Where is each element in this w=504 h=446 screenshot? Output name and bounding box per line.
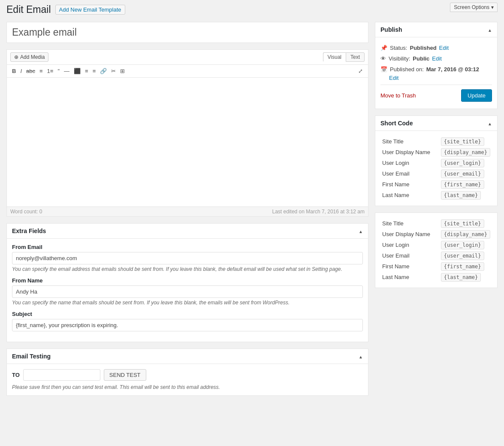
shortcode-panel-1: Short Code Site Title{site_title}User Di… bbox=[375, 115, 498, 206]
side-column: Publish 📌 Status: Published Edit 👁 Visib… bbox=[375, 22, 498, 402]
table-button[interactable]: ⊞ bbox=[118, 67, 127, 76]
hr-button[interactable]: — bbox=[62, 67, 71, 76]
last-edited: Last edited on March 7, 2016 at 3:12 am bbox=[272, 209, 365, 215]
shortcode-label: Last Name bbox=[380, 272, 439, 282]
shortcode-badge: {site_title} bbox=[441, 137, 484, 146]
align-center-button[interactable]: ≡ bbox=[83, 67, 90, 76]
from-name-help: You can specify the name that emails sho… bbox=[12, 300, 363, 306]
list-item: User Login{user_login} bbox=[380, 158, 492, 168]
add-media-label: Add Media bbox=[20, 54, 45, 60]
screen-options-label: Screen Options bbox=[454, 4, 489, 10]
published-label: Published on: bbox=[390, 66, 424, 73]
extra-fields-toggle-icon bbox=[359, 227, 363, 235]
email-testing-header[interactable]: Email Testing bbox=[7, 349, 368, 364]
align-right-button[interactable]: ≡ bbox=[91, 67, 98, 76]
send-test-button[interactable]: SEND TEST bbox=[104, 369, 146, 381]
email-testing-title: Email Testing bbox=[12, 353, 51, 360]
shortcode-badge: {user_email} bbox=[441, 170, 484, 178]
editor-wrap: ⊕ Add Media Visual Text B I abc ≡ 1≡ " —… bbox=[6, 49, 368, 217]
published-edit-link[interactable]: Edit bbox=[389, 75, 398, 81]
add-media-button[interactable]: ⊕ Add Media bbox=[10, 52, 48, 62]
fullscreen-button[interactable]: ⤢ bbox=[356, 67, 365, 76]
ordered-list-button[interactable]: 1≡ bbox=[45, 67, 55, 76]
editor-content-area[interactable] bbox=[7, 78, 368, 206]
shortcode-badge: {site_title} bbox=[441, 219, 484, 228]
unordered-list-button[interactable]: ≡ bbox=[38, 67, 45, 76]
from-email-group: From Email You can specify the email add… bbox=[12, 244, 363, 272]
publish-body: 📌 Status: Published Edit 👁 Visibility: P… bbox=[375, 37, 497, 109]
chevron-down-icon: ▾ bbox=[491, 4, 494, 10]
to-label: TO bbox=[12, 372, 20, 378]
tab-visual[interactable]: Visual bbox=[323, 52, 346, 62]
editor-toolbar-top: ⊕ Add Media Visual Text bbox=[7, 50, 368, 65]
visibility-icon: 👁 bbox=[380, 55, 386, 62]
from-name-input[interactable] bbox=[12, 285, 363, 298]
shortcode-toggle-icon-1 bbox=[488, 119, 492, 127]
extra-fields-body: From Email You can specify the email add… bbox=[7, 239, 368, 342]
publish-actions: Move to Trash Update bbox=[380, 85, 492, 103]
visibility-row: 👁 Visibility: Public Edit bbox=[380, 53, 492, 64]
extra-fields-header[interactable]: Extra Fields bbox=[7, 224, 368, 239]
screen-options-button[interactable]: Screen Options ▾ bbox=[450, 3, 498, 12]
word-count: Word count: 0 bbox=[10, 209, 42, 215]
shortcode-badge: {user_email} bbox=[441, 252, 484, 260]
main-column: ⊕ Add Media Visual Text B I abc ≡ 1≡ " —… bbox=[6, 22, 368, 402]
italic-button[interactable]: I bbox=[18, 67, 24, 76]
visibility-value: Public bbox=[413, 55, 429, 62]
shortcode-body-2: Site Title{site_title}User Display Name{… bbox=[375, 213, 497, 288]
shortcode-table-1: Site Title{site_title}User Display Name{… bbox=[380, 136, 492, 200]
shortcode-badge: {last_name} bbox=[441, 191, 481, 200]
shortcode-badge: {display_name} bbox=[441, 148, 490, 157]
publish-header[interactable]: Publish bbox=[375, 22, 497, 37]
list-item: First Name{first_name} bbox=[380, 261, 492, 272]
post-title-input[interactable] bbox=[7, 22, 368, 42]
visibility-edit-link[interactable]: Edit bbox=[432, 55, 441, 62]
shortcode-badge: {first_name} bbox=[441, 262, 484, 271]
shortcode-header-1[interactable]: Short Code bbox=[375, 116, 497, 131]
test-email-input[interactable] bbox=[23, 369, 100, 381]
shortcode-label: User Login bbox=[380, 158, 439, 168]
update-button[interactable]: Update bbox=[461, 89, 492, 102]
shortcode-label: User Display Name bbox=[380, 147, 439, 158]
media-icon: ⊕ bbox=[14, 54, 18, 60]
list-item: Site Title{site_title} bbox=[380, 136, 492, 147]
shortcode-label: User Login bbox=[380, 240, 439, 250]
from-name-group: From Name You can specify the name that … bbox=[12, 277, 363, 306]
status-edit-link[interactable]: Edit bbox=[439, 45, 449, 51]
align-left-button[interactable]: ⬛ bbox=[72, 67, 82, 76]
shortcode-table-2: Site Title{site_title}User Display Name{… bbox=[380, 218, 492, 282]
shortcode-body-1: Site Title{site_title}User Display Name{… bbox=[375, 131, 497, 206]
list-item: First Name{first_name} bbox=[380, 179, 492, 190]
status-value: Published bbox=[410, 45, 436, 51]
page-header: Edit Email Add New Email Template Screen… bbox=[0, 0, 504, 15]
from-email-input[interactable] bbox=[12, 252, 363, 264]
blockquote-button[interactable]: " bbox=[56, 67, 61, 76]
subject-label: Subject bbox=[12, 311, 363, 317]
strikethrough-button[interactable]: abc bbox=[24, 67, 37, 76]
move-to-trash-link[interactable]: Move to Trash bbox=[380, 92, 416, 99]
shortcode-label: First Name bbox=[380, 261, 439, 272]
status-icon: 📌 bbox=[380, 45, 387, 51]
publish-title: Publish bbox=[380, 26, 402, 33]
tab-text[interactable]: Text bbox=[346, 52, 365, 62]
email-testing-panel: Email Testing TO SEND TEST Please save f… bbox=[6, 349, 368, 396]
subject-input[interactable] bbox=[12, 319, 363, 331]
extra-fields-title: Extra Fields bbox=[12, 228, 46, 234]
bold-button[interactable]: B bbox=[10, 67, 18, 76]
shortcode-badge: {first_name} bbox=[441, 180, 484, 189]
published-value: Mar 7, 2016 @ 03:12 bbox=[426, 66, 479, 73]
shortcode-panel-2: Site Title{site_title}User Display Name{… bbox=[375, 212, 498, 288]
shortcode-label: First Name bbox=[380, 179, 439, 190]
publish-toggle-icon bbox=[488, 26, 492, 33]
unlink-button[interactable]: ✂ bbox=[109, 67, 118, 76]
shortcode-badge: {display_name} bbox=[441, 230, 490, 239]
list-item: User Display Name{display_name} bbox=[380, 147, 492, 158]
link-button[interactable]: 🔗 bbox=[98, 67, 109, 76]
extra-fields-panel: Extra Fields From Email You can specify … bbox=[6, 223, 368, 342]
from-name-label: From Name bbox=[12, 277, 363, 284]
from-email-help: You can specify the email address that e… bbox=[12, 266, 363, 272]
add-new-button[interactable]: Add New Email Template bbox=[55, 5, 125, 15]
shortcode-label: Site Title bbox=[380, 136, 439, 147]
list-item: User Login{user_login} bbox=[380, 240, 492, 250]
from-email-label: From Email bbox=[12, 244, 363, 250]
